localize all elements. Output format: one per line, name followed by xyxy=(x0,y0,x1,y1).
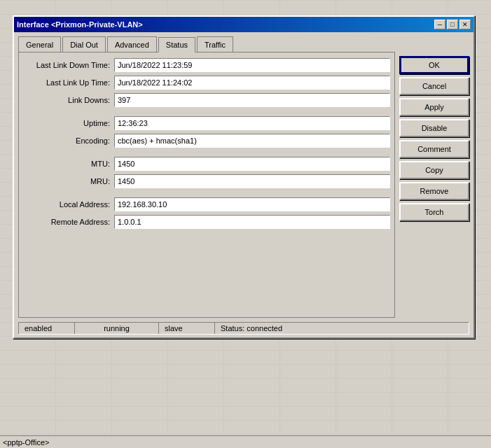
title-bar: Interface <Prixmon-Private-VLAN> ─ □ ✕ xyxy=(14,17,473,32)
ok-button[interactable]: OK xyxy=(399,56,469,74)
window-title: Interface <Prixmon-Private-VLAN> xyxy=(17,20,143,29)
status-row: enabled running slave Status: connected xyxy=(18,322,469,335)
form-row-uptime: Uptime: 12:36:23 xyxy=(23,116,390,130)
value-local-addr: 192.168.30.10 xyxy=(114,197,390,211)
copy-button[interactable]: Copy xyxy=(399,161,469,179)
disable-button[interactable]: Disable xyxy=(399,119,469,137)
left-panel: General Dial Out Advanced Status Traffic… xyxy=(18,36,395,318)
title-bar-buttons: ─ □ ✕ xyxy=(434,20,471,29)
restore-button[interactable]: □ xyxy=(447,20,458,29)
label-mtu: MTU: xyxy=(23,160,114,168)
form-row-last-link-up: Last Link Up Time: Jun/18/2022 11:24:02 xyxy=(23,76,390,90)
status-connected: Status: connected xyxy=(215,323,469,334)
value-encoding: cbc(aes) + hmac(sha1) xyxy=(114,134,390,148)
spacer-1 xyxy=(23,111,390,116)
value-link-downs: 397 xyxy=(114,93,390,107)
tab-bar: General Dial Out Advanced Status Traffic xyxy=(18,36,395,52)
value-mtu: 1450 xyxy=(114,157,390,171)
tab-status[interactable]: Status xyxy=(158,37,195,52)
main-window: Interface <Prixmon-Private-VLAN> ─ □ ✕ G… xyxy=(13,15,475,339)
form-row-link-downs: Link Downs: 397 xyxy=(23,93,390,107)
label-last-link-down: Last Link Down Time: xyxy=(23,61,114,69)
value-last-link-down: Jun/18/2022 11:23:59 xyxy=(114,58,390,72)
close-button[interactable]: ✕ xyxy=(459,20,471,29)
tab-content: Last Link Down Time: Jun/18/2022 11:23:5… xyxy=(18,52,395,318)
form-row-mru: MRU: 1450 xyxy=(23,174,390,188)
status-slave: slave xyxy=(159,323,215,334)
torch-button[interactable]: Torch xyxy=(399,203,469,221)
value-mru: 1450 xyxy=(114,174,390,188)
form-row-remote-addr: Remote Address: 1.0.0.1 xyxy=(23,215,390,229)
bottom-label: <pptp-Office> xyxy=(3,438,49,447)
tab-traffic[interactable]: Traffic xyxy=(197,36,233,52)
cancel-button[interactable]: Cancel xyxy=(399,77,469,95)
tab-dialout[interactable]: Dial Out xyxy=(62,36,106,52)
form-row-mtu: MTU: 1450 xyxy=(23,157,390,171)
form-row-local-addr: Local Address: 192.168.30.10 xyxy=(23,197,390,211)
status-enabled: enabled xyxy=(19,323,75,334)
spacer-2 xyxy=(23,151,390,157)
form-row-last-link-down: Last Link Down Time: Jun/18/2022 11:23:5… xyxy=(23,58,390,72)
tab-advanced[interactable]: Advanced xyxy=(107,36,157,52)
window-body: General Dial Out Advanced Status Traffic… xyxy=(14,32,473,322)
form-row-encoding: Encoding: cbc(aes) + hmac(sha1) xyxy=(23,134,390,148)
right-panel: OK Cancel Apply Disable Comment Copy Rem… xyxy=(399,36,469,318)
window-status-bar: enabled running slave Status: connected xyxy=(14,322,473,337)
label-link-downs: Link Downs: xyxy=(23,96,114,104)
status-running: running xyxy=(75,323,159,334)
remove-button[interactable]: Remove xyxy=(399,182,469,200)
apply-button[interactable]: Apply xyxy=(399,98,469,116)
bottom-bar: <pptp-Office> xyxy=(0,435,491,448)
label-mru: MRU: xyxy=(23,177,114,186)
spacer-3 xyxy=(23,192,390,197)
minimize-button[interactable]: ─ xyxy=(434,20,445,29)
label-uptime: Uptime: xyxy=(23,119,114,127)
value-last-link-up: Jun/18/2022 11:24:02 xyxy=(114,76,390,90)
comment-button[interactable]: Comment xyxy=(399,140,469,158)
label-remote-addr: Remote Address: xyxy=(23,218,114,226)
label-local-addr: Local Address: xyxy=(23,200,114,209)
value-uptime: 12:36:23 xyxy=(114,116,390,130)
tab-general[interactable]: General xyxy=(18,36,61,52)
label-encoding: Encoding: xyxy=(23,136,114,145)
label-last-link-up: Last Link Up Time: xyxy=(23,78,114,87)
value-remote-addr: 1.0.0.1 xyxy=(114,215,390,229)
